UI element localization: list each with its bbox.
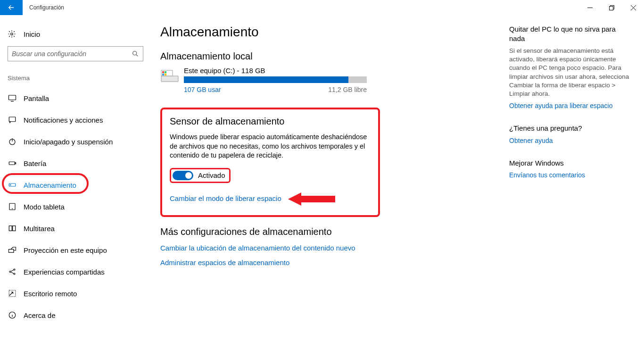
svg-rect-24 xyxy=(165,71,166,73)
sidebar-item-label: Pantalla xyxy=(24,94,49,102)
page-title: Almacenamiento xyxy=(160,25,504,40)
home-label: Inicio xyxy=(24,30,40,38)
drive-usage-fill xyxy=(184,76,348,83)
local-storage-heading: Almacenamiento local xyxy=(160,51,504,62)
svg-rect-13 xyxy=(9,226,12,231)
remote-icon xyxy=(8,289,17,298)
chat-icon xyxy=(8,115,17,125)
drive-free-label: 11,2 GB libre xyxy=(328,86,367,93)
sidebar-item-label: Almacenamiento xyxy=(24,181,76,189)
send-feedback-link[interactable]: Envíanos tus comentarios xyxy=(509,171,585,179)
svg-rect-21 xyxy=(161,76,178,82)
related-panel: Quitar del PC lo que no sirva para nada … xyxy=(509,25,632,326)
svg-rect-1 xyxy=(609,6,613,10)
sidebar-item-almacenamiento[interactable]: Almacenamiento xyxy=(8,174,146,196)
svg-rect-26 xyxy=(165,74,166,75)
app-title: Configuración xyxy=(29,4,64,11)
annotation-box: Sensor de almacenamiento Windows puede l… xyxy=(160,108,380,217)
search-placeholder: Buscar una configuración xyxy=(12,50,132,58)
sidebar-nav: Pantalla Notificaciones y acciones Inici… xyxy=(8,87,146,326)
share-icon xyxy=(8,267,17,276)
svg-point-3 xyxy=(133,51,137,55)
maximize-icon xyxy=(609,5,614,10)
sidebar-item-proyeccion[interactable]: Proyección en este equipo xyxy=(8,239,146,261)
multitask-icon xyxy=(8,224,17,233)
get-help-link[interactable]: Obtener ayuda xyxy=(509,137,553,144)
display-icon xyxy=(8,93,17,103)
tablet-icon xyxy=(8,202,17,211)
svg-rect-15 xyxy=(9,250,14,253)
info-icon xyxy=(8,310,17,320)
sidebar-item-label: Inicio/apagado y suspensión xyxy=(24,138,113,146)
svg-point-18 xyxy=(14,273,15,275)
svg-rect-8 xyxy=(15,163,16,164)
svg-point-12 xyxy=(12,209,13,209)
sidebar: Inicio Buscar una configuración Sistema … xyxy=(0,25,146,326)
titlebar: Configuración xyxy=(0,0,644,15)
svg-rect-19 xyxy=(9,290,16,297)
sensor-heading: Sensor de almacenamiento xyxy=(170,116,371,127)
svg-rect-4 xyxy=(9,95,16,100)
svg-rect-5 xyxy=(9,117,16,122)
manage-storage-spaces-link[interactable]: Administrar espacios de almacenamiento xyxy=(160,259,289,267)
sidebar-item-label: Modo tableta xyxy=(24,203,65,211)
sidebar-item-escritorio-remoto[interactable]: Escritorio remoto xyxy=(8,283,146,304)
storage-icon xyxy=(8,180,17,190)
sensor-description: Windows puede liberar espacio automática… xyxy=(170,133,371,160)
drive-name: Este equipo (C:) - 118 GB xyxy=(184,67,367,75)
annotation-arrow xyxy=(288,191,335,207)
power-icon xyxy=(8,137,17,146)
drive-icon xyxy=(160,67,180,83)
minimize-icon xyxy=(587,5,593,10)
close-button[interactable] xyxy=(622,0,644,15)
change-free-space-link[interactable]: Cambiar el modo de liberar espacio xyxy=(170,194,281,202)
svg-rect-23 xyxy=(162,71,164,73)
storage-sense-toggle[interactable] xyxy=(173,171,193,180)
back-button[interactable] xyxy=(0,0,23,15)
remove-heading: Quitar del PC lo que no sirva para nada xyxy=(509,25,632,43)
sidebar-item-modo-tableta[interactable]: Modo tableta xyxy=(8,196,146,217)
home-link[interactable]: Inicio xyxy=(8,25,146,43)
sidebar-group-label: Sistema xyxy=(8,75,146,82)
sidebar-item-multitarea[interactable]: Multitarea xyxy=(8,217,146,239)
svg-point-17 xyxy=(14,269,15,270)
sidebar-item-label: Experiencias compartidas xyxy=(24,268,105,276)
svg-point-2 xyxy=(11,33,13,35)
sidebar-item-inicio-apagado[interactable]: Inicio/apagado y suspensión xyxy=(8,131,146,152)
get-storage-help-link[interactable]: Obtener ayuda para liberar espacio xyxy=(509,102,612,109)
drive-usage-bar xyxy=(184,76,367,83)
svg-marker-27 xyxy=(288,192,335,206)
close-icon xyxy=(631,5,636,10)
sidebar-item-label: Multitarea xyxy=(24,225,55,233)
svg-point-10 xyxy=(10,184,11,185)
toggle-label: Activado xyxy=(198,171,225,179)
sidebar-item-notificaciones[interactable]: Notificaciones y acciones xyxy=(8,109,146,131)
change-save-location-link[interactable]: Cambiar la ubicación de almacenamiento d… xyxy=(160,244,355,252)
maximize-button[interactable] xyxy=(601,0,622,15)
svg-point-16 xyxy=(9,271,11,273)
svg-rect-7 xyxy=(9,162,15,165)
battery-icon xyxy=(8,158,17,168)
minimize-button[interactable] xyxy=(579,0,601,15)
annotation-toggle-box: Activado xyxy=(170,168,231,183)
drive-used-link[interactable]: 107 GB usar xyxy=(184,86,221,93)
remove-text: Si el sensor de almacenamiento está acti… xyxy=(509,47,632,98)
improve-heading: Mejorar Windows xyxy=(509,158,632,168)
sidebar-item-experiencias[interactable]: Experiencias compartidas xyxy=(8,261,146,283)
search-input[interactable]: Buscar una configuración xyxy=(8,46,143,61)
sidebar-item-acerca-de[interactable]: Acerca de xyxy=(8,304,146,326)
window-controls xyxy=(579,0,644,15)
sidebar-item-label: Proyección en este equipo xyxy=(24,246,107,254)
gear-icon xyxy=(8,30,16,38)
sidebar-item-pantalla[interactable]: Pantalla xyxy=(8,87,146,109)
more-settings-heading: Más configuraciones de almacenamiento xyxy=(160,226,504,237)
sidebar-item-label: Escritorio remoto xyxy=(24,290,77,298)
project-icon xyxy=(8,245,17,255)
arrow-left-icon xyxy=(7,3,16,12)
question-heading: ¿Tienes una pregunta? xyxy=(509,124,632,133)
drive-row[interactable]: Este equipo (C:) - 118 GB 107 GB usar 11… xyxy=(160,67,504,93)
sidebar-item-bateria[interactable]: Batería xyxy=(8,152,146,174)
svg-rect-14 xyxy=(13,226,16,231)
main-content: Almacenamiento Almacenamiento local Este… xyxy=(146,25,504,326)
sidebar-item-label: Batería xyxy=(24,159,46,167)
